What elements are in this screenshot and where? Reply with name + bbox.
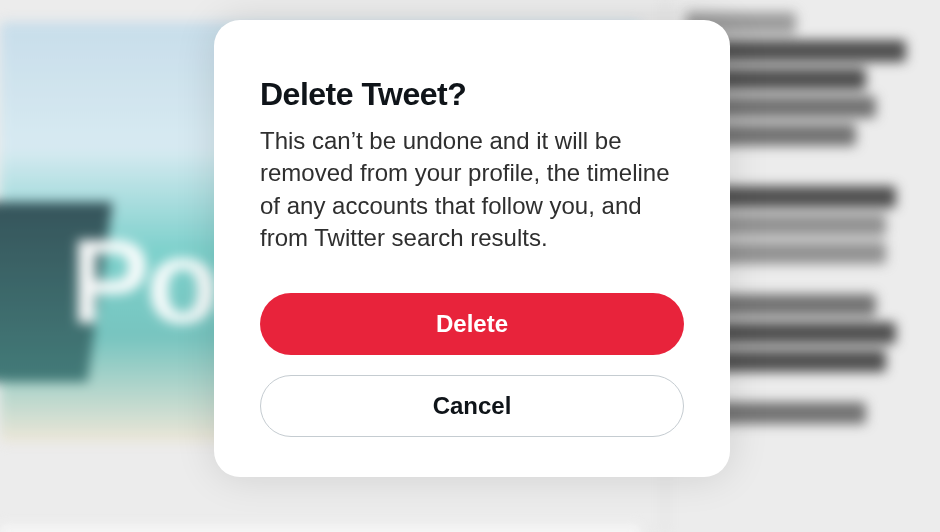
delete-button[interactable]: Delete <box>260 293 684 355</box>
dialog-description: This can’t be undone and it will be remo… <box>260 125 684 255</box>
dialog-title: Delete Tweet? <box>260 76 684 113</box>
cancel-button[interactable]: Cancel <box>260 375 684 437</box>
app-viewport: Pos Delete Tweet? This can’t be undone <box>0 0 940 532</box>
delete-tweet-dialog: Delete Tweet? This can’t be undone and i… <box>214 20 730 477</box>
